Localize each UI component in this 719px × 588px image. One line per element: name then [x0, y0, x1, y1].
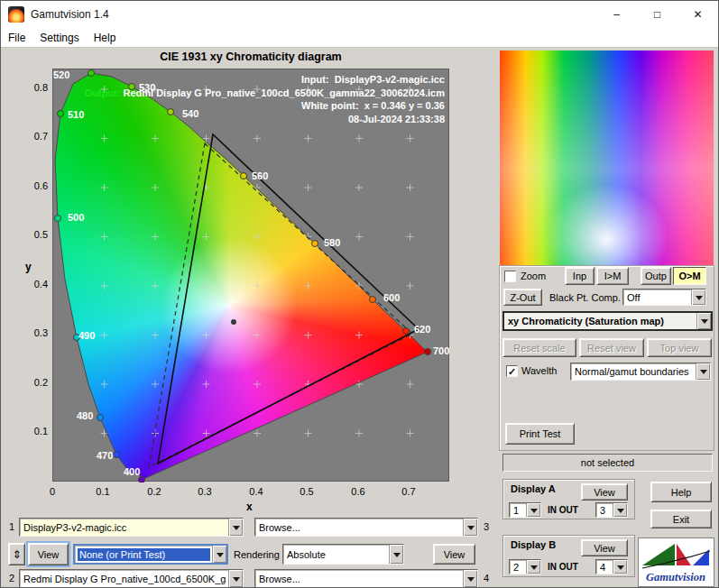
- display-b-in-select[interactable]: 2: [509, 559, 541, 574]
- menu-settings[interactable]: Settings: [32, 29, 86, 47]
- browse-2-select[interactable]: Browse...: [254, 569, 478, 588]
- exit-button[interactable]: Exit: [650, 510, 712, 528]
- wavelength-label: 480: [77, 410, 93, 421]
- display-a-group: Display A View 1 IN OUT 3: [502, 479, 635, 519]
- titlebar: Gamutvision 1.4 – □ ✕: [1, 1, 718, 28]
- slot-1-label: 1: [9, 521, 14, 532]
- help-button[interactable]: Help: [650, 482, 712, 502]
- wavelength-label: 560: [252, 170, 268, 181]
- app-window: Gamutvision 1.4 – □ ✕ File Settings Help…: [0, 0, 719, 588]
- reset-view-button[interactable]: Reset view: [579, 338, 644, 357]
- y-tick: 0.2: [21, 377, 48, 388]
- x-tick: 0.5: [296, 486, 318, 497]
- reset-scale-button[interactable]: Reset scale: [502, 338, 576, 357]
- wavelength-marker: [241, 173, 247, 179]
- menu-file[interactable]: File: [1, 29, 32, 47]
- rendering-intent-select[interactable]: Absolute: [282, 544, 404, 565]
- dropdown-button[interactable]: [526, 560, 540, 574]
- chevron-down-icon: [530, 565, 538, 574]
- top-view-button[interactable]: Top view: [647, 338, 712, 357]
- chevron-down-icon: [233, 577, 240, 585]
- display-a-view-button[interactable]: View: [581, 483, 628, 501]
- gamutvision-logo: Gamutvision: [638, 537, 714, 587]
- inp-button[interactable]: Inp: [565, 267, 595, 285]
- x-tick: 0: [41, 486, 63, 497]
- print-test-button[interactable]: Print Test: [505, 423, 575, 445]
- plot-info: Input: DisplayP3-v2-magic.icc Output: Re…: [57, 73, 445, 125]
- test-pattern-select[interactable]: None (or Print Test): [73, 544, 228, 565]
- browse-1-select[interactable]: Browse...: [254, 518, 478, 537]
- dropdown-button[interactable]: [696, 363, 710, 380]
- y-tick: 0.8: [21, 82, 48, 93]
- z-out-button[interactable]: Z-Out: [503, 289, 542, 306]
- chevron-down-icon: [467, 526, 475, 534]
- wavelength-label: 600: [383, 292, 400, 303]
- main-content: CIE 1931 xy Chromaticity diagram: [1, 48, 718, 588]
- menubar: File Settings Help: [1, 28, 718, 48]
- output-label: Output:: [85, 87, 121, 98]
- x-tick: 0.3: [194, 486, 216, 497]
- display-b-out-select[interactable]: 4: [595, 559, 628, 574]
- slot-4-label: 4: [484, 573, 489, 583]
- wavelength-marker: [370, 297, 376, 303]
- menu-help[interactable]: Help: [87, 29, 124, 47]
- display-a-in-select[interactable]: 1: [509, 502, 541, 518]
- wavelength-label: 500: [68, 212, 84, 223]
- x-tick: 0.7: [398, 486, 419, 497]
- output-profile-select[interactable]: Redmi Display G Pro_native_100cd_6500K_g…: [19, 569, 244, 588]
- input-value: DisplayP3-v2-magic.icc: [335, 74, 445, 85]
- dropdown-button[interactable]: [463, 570, 477, 587]
- black-pt-comp-select[interactable]: Off: [622, 289, 706, 306]
- window-title: Gamutvision 1.4: [31, 8, 109, 21]
- display-b-view-button[interactable]: View: [581, 539, 628, 556]
- dropdown-button[interactable]: [463, 519, 477, 536]
- dropdown-button[interactable]: [691, 289, 705, 305]
- y-tick: 0.7: [21, 131, 48, 142]
- input-profile-select[interactable]: DisplayP3-v2-magic.icc: [19, 518, 244, 537]
- wavelength-label: 400: [124, 466, 140, 477]
- logo-graphic: Gamutvision: [639, 538, 714, 586]
- datetime: 08-Jul-2024 21:33:38: [57, 113, 445, 126]
- wavelth-checkbox[interactable]: ✓: [506, 365, 518, 377]
- output-value: Redmi Display G Pro_native_100cd_6500K_g…: [124, 87, 446, 98]
- dropdown-button[interactable]: [228, 570, 243, 587]
- maximize-button[interactable]: □: [637, 1, 678, 28]
- dropdown-button[interactable]: [526, 503, 540, 517]
- wavelength-marker: [97, 415, 104, 421]
- slot-3-label: 3: [484, 521, 489, 532]
- check-icon: ✓: [508, 367, 516, 376]
- view-secondary-button[interactable]: View: [433, 544, 475, 565]
- chevron-down-icon: [530, 509, 538, 517]
- swap-profiles-button[interactable]: ⇕: [8, 543, 25, 565]
- chevron-down-icon: [393, 553, 401, 561]
- chevron-down-icon: [233, 526, 240, 534]
- grid-marks: [101, 86, 414, 437]
- dropdown-button[interactable]: [696, 313, 711, 329]
- dropdown-button[interactable]: [613, 503, 627, 517]
- white-point-label: White point:: [301, 100, 359, 111]
- wavelength-marker: [312, 241, 318, 247]
- display-a-out-select[interactable]: 3: [595, 502, 628, 518]
- rendering-label: Rendering: [234, 549, 280, 560]
- view-main-button[interactable]: View: [28, 543, 69, 565]
- saturation-map-preview: [500, 51, 714, 265]
- outp-button[interactable]: Outp: [641, 267, 671, 285]
- dropdown-button[interactable]: [389, 545, 403, 564]
- minimize-button[interactable]: –: [596, 1, 637, 28]
- display-b-inout-label: IN OUT: [548, 562, 578, 572]
- view-mode-select[interactable]: xy Chromaticity (Saturation map): [502, 311, 713, 331]
- spectral-locus-outline: [55, 73, 428, 480]
- logo-red-sail: [677, 544, 691, 565]
- close-button[interactable]: ✕: [678, 1, 718, 28]
- dropdown-button[interactable]: [212, 546, 226, 563]
- o-to-m-button[interactable]: O>M: [673, 267, 706, 285]
- wavelength-marker: [55, 216, 61, 222]
- zoom-label: Zoom: [521, 271, 546, 281]
- zoom-checkbox[interactable]: [504, 271, 516, 282]
- wavelength-label: 580: [324, 237, 340, 248]
- i-to-m-button[interactable]: I>M: [596, 267, 629, 285]
- dropdown-button[interactable]: [228, 519, 243, 536]
- dropdown-button[interactable]: [613, 560, 627, 574]
- chevron-down-icon: [217, 553, 224, 561]
- boundaries-select[interactable]: Normal/gamut boundaries: [570, 363, 711, 381]
